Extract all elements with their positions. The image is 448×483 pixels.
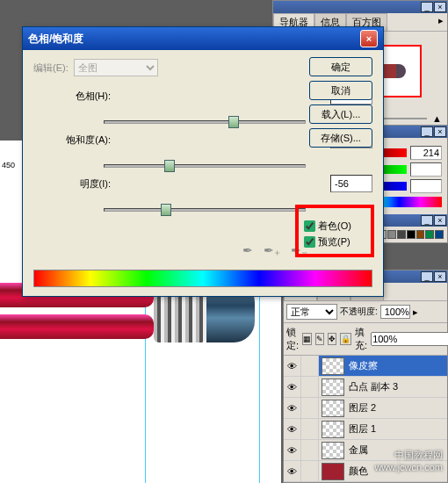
layer-row[interactable]: 👁 凸点 副本 3 (284, 377, 447, 398)
spectrum-bar (33, 270, 372, 287)
layer-name: 图层 1 (347, 422, 447, 436)
hue-saturation-dialog: 色相/饱和度 × 编辑(E): 全图 色相(H): 饱和度(A): 明度(I):… (22, 26, 384, 297)
lightness-input[interactable] (330, 175, 372, 192)
minimize-button[interactable]: _ (421, 215, 433, 226)
link-cell[interactable] (301, 356, 319, 376)
zoom-in-icon[interactable]: ▲ (432, 113, 442, 124)
g-input[interactable] (410, 162, 442, 177)
visibility-icon[interactable]: 👁 (284, 440, 301, 460)
close-button[interactable]: × (434, 126, 446, 137)
watermark: 中国教程网 www.jcwcn.com (374, 449, 443, 472)
saturation-label: 饱和度(A): (33, 133, 130, 147)
visibility-icon[interactable]: 👁 (284, 398, 301, 418)
dialog-title: 色相/饱和度 (28, 32, 83, 47)
lightness-label: 明度(I): (33, 177, 130, 191)
layer-thumbnail (322, 357, 344, 375)
eyedropper-add-icon[interactable]: ✒₊ (264, 243, 280, 257)
layer-name: 图层 2 (347, 401, 447, 415)
layer-name: 凸点 副本 3 (347, 380, 447, 393)
eyedropper-icon[interactable]: ✒ (242, 243, 253, 257)
opacity-label: 不透明度: (340, 306, 378, 318)
tab-menu-icon[interactable]: ▸ (435, 13, 447, 31)
lock-move-icon[interactable]: ✥ (328, 333, 336, 345)
lock-label: 锁定: (286, 326, 299, 352)
fill-input[interactable] (371, 332, 448, 346)
visibility-icon[interactable]: 👁 (284, 356, 301, 376)
edit-label: 编辑(E): (33, 61, 69, 75)
lock-transparency-icon[interactable]: ▦ (302, 333, 312, 345)
eyedropper-tools: ✒ ✒₊ ✒₋ (242, 243, 307, 257)
minimize-button[interactable]: _ (421, 126, 433, 137)
dialog-titlebar[interactable]: 色相/饱和度 × (23, 27, 383, 50)
close-button[interactable]: × (434, 215, 446, 226)
blend-mode-select[interactable]: 正常 (286, 304, 337, 320)
ok-button[interactable]: 确定 (309, 57, 372, 76)
saturation-slider[interactable] (104, 164, 306, 168)
save-button[interactable]: 存储(S)... (309, 128, 372, 148)
cancel-button[interactable]: 取消 (309, 81, 372, 100)
edit-select: 全图 (74, 59, 158, 76)
lock-paint-icon[interactable]: ✎ (315, 333, 324, 345)
r-input[interactable] (410, 146, 442, 160)
load-button[interactable]: 载入(L)... (309, 105, 372, 124)
panel-titlebar: _ × (273, 1, 447, 13)
layer-row[interactable]: 👁 图层 2 (284, 398, 447, 419)
visibility-icon[interactable]: 👁 (284, 419, 301, 439)
minimize-button[interactable]: _ (421, 271, 433, 282)
hue-slider[interactable] (104, 120, 306, 124)
colorize-checkbox[interactable]: 着色(O) (304, 220, 365, 233)
lock-all-icon[interactable]: 🔒 (340, 333, 351, 345)
opacity-input[interactable] (380, 305, 410, 319)
chevron-right-icon[interactable]: ▸ (413, 306, 418, 318)
layer-row[interactable]: 👁 图层 1 (284, 419, 447, 440)
close-icon[interactable]: × (360, 30, 378, 47)
close-button[interactable]: × (434, 2, 446, 12)
visibility-icon[interactable]: 👁 (284, 461, 301, 481)
layer-name: 像皮擦 (347, 359, 447, 372)
b-input[interactable] (410, 179, 442, 193)
preview-checkbox[interactable]: 预览(P) (304, 235, 365, 249)
hue-label: 色相(H): (33, 90, 130, 103)
fill-label: 填充: (355, 326, 367, 352)
ruler-mark: 450 (0, 159, 23, 171)
layer-row[interactable]: 👁 像皮擦 (284, 356, 447, 377)
lightness-slider[interactable] (104, 208, 306, 212)
visibility-icon[interactable]: 👁 (284, 377, 301, 397)
minimize-button[interactable]: _ (421, 2, 433, 12)
close-button[interactable]: × (434, 271, 446, 282)
